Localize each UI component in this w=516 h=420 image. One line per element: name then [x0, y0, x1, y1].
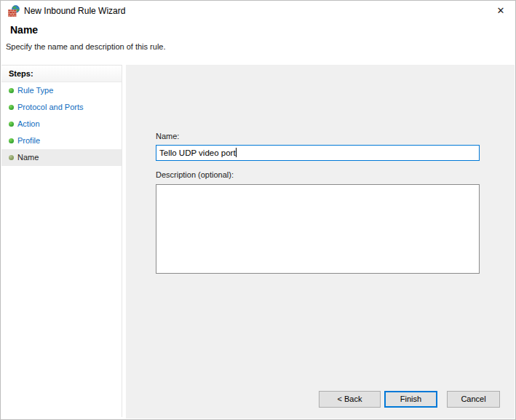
title-bar: New Inbound Rule Wizard ✕ — [1, 1, 515, 21]
sidebar-item-protocol-and-ports[interactable]: Protocol and Ports — [1, 99, 122, 116]
finish-button[interactable]: Finish — [384, 391, 437, 408]
sidebar-item-label: Protocol and Ports — [17, 99, 84, 116]
sidebar-item-label: Profile — [17, 132, 40, 149]
steps-sidebar: Steps: Rule Type Protocol and Ports Acti… — [1, 65, 122, 417]
sidebar-item-label: Name — [17, 149, 39, 166]
sidebar-item-label: Rule Type — [17, 82, 53, 99]
firewall-icon — [8, 5, 20, 17]
rule-name-input[interactable]: Tello UDP video port — [156, 145, 480, 161]
step-bullet-icon — [9, 88, 14, 93]
cancel-button[interactable]: Cancel — [447, 391, 500, 408]
close-icon[interactable]: ✕ — [486, 1, 515, 21]
sidebar-item-label: Action — [17, 116, 40, 132]
sidebar-item-profile[interactable]: Profile — [1, 132, 122, 149]
steps-heading: Steps: — [1, 65, 122, 82]
description-input[interactable] — [156, 184, 480, 274]
step-bullet-icon — [9, 155, 14, 160]
step-bullet-icon — [9, 105, 14, 110]
page-title: Name — [10, 24, 38, 36]
sidebar-item-name[interactable]: Name — [1, 149, 122, 166]
rule-name-value: Tello UDP video port — [159, 148, 236, 157]
rule-name-label: Name: — [156, 132, 179, 140]
description-label: Description (optional): — [156, 170, 234, 179]
wizard-content-panel: Name: Tello UDP video port Description (… — [126, 65, 515, 419]
step-bullet-icon — [9, 138, 14, 143]
sidebar-item-action[interactable]: Action — [1, 116, 122, 132]
text-caret-icon — [236, 148, 237, 157]
sidebar-item-rule-type[interactable]: Rule Type — [1, 82, 122, 99]
page-subtitle: Specify the name and description of this… — [6, 42, 166, 51]
window-title: New Inbound Rule Wizard — [24, 1, 125, 21]
back-button[interactable]: < Back — [319, 391, 381, 408]
step-bullet-icon — [9, 122, 14, 127]
wizard-window: New Inbound Rule Wizard ✕ Name Specify t… — [0, 0, 516, 420]
